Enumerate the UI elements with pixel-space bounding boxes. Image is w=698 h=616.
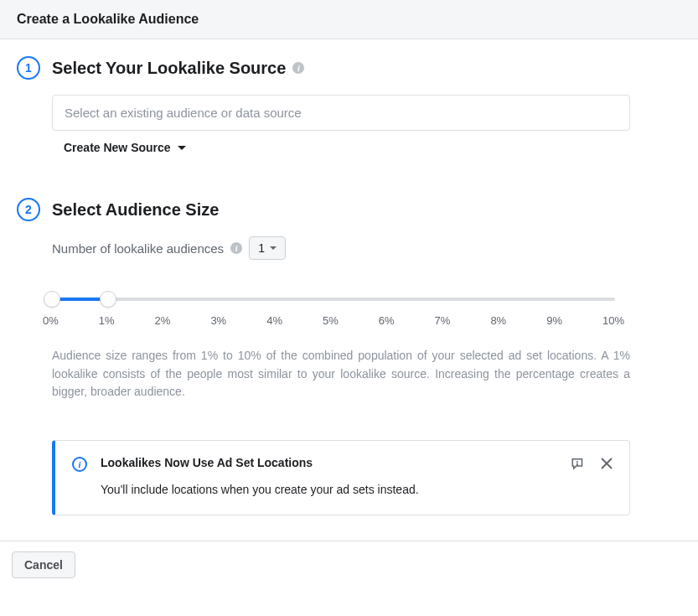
num-audiences-value: 1 <box>258 241 265 255</box>
num-audiences-label: Number of lookalike audiences <box>52 241 224 256</box>
info-icon[interactable]: i <box>230 242 242 254</box>
modal-footer: Cancel <box>0 541 698 588</box>
slider-label: 1% <box>99 314 115 327</box>
chevron-down-icon <box>178 146 186 150</box>
slider-label: 0% <box>43 314 59 327</box>
step-1-header: 1 Select Your Lookalike Source i <box>17 56 681 80</box>
slider-label: 5% <box>323 314 339 327</box>
info-icon: i <box>72 457 87 472</box>
slider-handle-start[interactable] <box>44 291 60 308</box>
create-new-source-dropdown[interactable]: Create New Source <box>52 131 198 164</box>
notice-content: Lookalikes Now Use Ad Set Locations You'… <box>101 456 557 496</box>
info-icon[interactable]: i <box>292 62 304 74</box>
modal-content: 1 Select Your Lookalike Source i Create … <box>0 39 698 541</box>
audience-size-helper-text: Audience size ranges from 1% to 10% of t… <box>52 347 630 401</box>
chevron-down-icon <box>270 246 277 250</box>
locations-notice-card: i Lookalikes Now Use Ad Set Locations Yo… <box>52 440 630 515</box>
step-1-number: 1 <box>17 56 40 80</box>
step-1-body: Create New Source <box>17 95 681 164</box>
slider-label: 2% <box>155 314 171 327</box>
num-audiences-select[interactable]: 1 <box>249 236 286 260</box>
step-2-number: 2 <box>17 198 40 221</box>
cancel-button[interactable]: Cancel <box>12 551 75 578</box>
slider-label: 4% <box>266 314 282 327</box>
step-2-title: Select Audience Size <box>52 200 219 220</box>
step-1-title: Select Your Lookalike Source i <box>52 59 304 78</box>
slider-label: 3% <box>210 314 226 327</box>
lookalike-source-input[interactable] <box>52 95 630 131</box>
step-2-header: 2 Select Audience Size <box>17 198 681 221</box>
slider-track[interactable] <box>52 298 615 301</box>
slider-label: 6% <box>379 314 395 327</box>
notice-title: Lookalikes Now Use Ad Set Locations <box>101 456 557 469</box>
notice-body: You'll include locations when you create… <box>101 483 557 496</box>
notice-actions <box>571 456 613 471</box>
modal-header: Create a Lookalike Audience <box>0 0 698 39</box>
close-icon[interactable] <box>601 458 613 469</box>
num-audiences-row: Number of lookalike audiences i 1 <box>52 236 681 260</box>
slider-label: 10% <box>602 314 624 327</box>
step-2-body: Number of lookalike audiences i 1 0% 1% … <box>17 236 681 515</box>
slider-label: 7% <box>435 314 451 327</box>
modal-title: Create a Lookalike Audience <box>17 12 681 27</box>
svg-point-1 <box>576 464 577 465</box>
slider-label: 9% <box>546 314 562 327</box>
step-1-title-text: Select Your Lookalike Source <box>52 59 286 78</box>
create-new-source-label: Create New Source <box>64 141 171 154</box>
step-2-title-text: Select Audience Size <box>52 200 219 220</box>
audience-size-slider: 0% 1% 2% 3% 4% 5% 6% 7% 8% 9% 10% <box>40 298 627 327</box>
feedback-icon[interactable] <box>571 456 586 471</box>
slider-handle-end[interactable] <box>100 291 116 308</box>
slider-label: 8% <box>490 314 506 327</box>
slider-labels: 0% 1% 2% 3% 4% 5% 6% 7% 8% 9% 10% <box>40 309 627 327</box>
